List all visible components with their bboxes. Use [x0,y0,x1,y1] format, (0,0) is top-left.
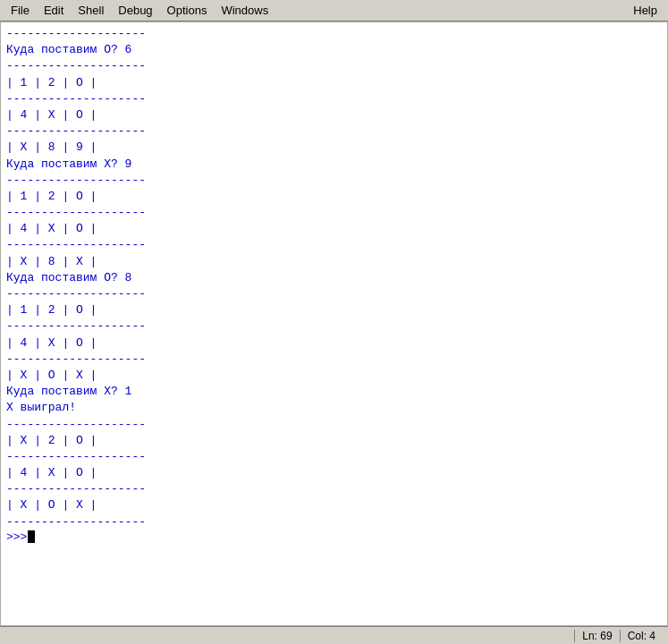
output-line: -------------------- [6,318,662,335]
output-line: -------------------- [6,173,662,189]
output-line: -------------------- [6,237,662,253]
output-line: Куда поставим О? 6 [6,42,662,58]
output-line: -------------------- [6,449,662,465]
output-line: | 1 | 2 | О | [6,302,662,318]
output-line: -------------------- [6,417,662,433]
menu-debug[interactable]: Debug [111,2,159,19]
output-line: | 1 | 2 | О | [6,189,662,205]
output-line: | 1 | 2 | О | [6,75,662,91]
output-line: -------------------- [6,352,662,368]
output-line: | Х | 2 | О | [6,433,662,449]
output-line: | 4 | Х | О | [6,465,662,481]
menu-windows[interactable]: Windows [214,2,275,19]
output-line: -------------------- [6,514,662,530]
menu-bar: File Edit Shell Debug Options Windows He… [0,0,668,21]
output-line: -------------------- [6,205,662,221]
menu-shell[interactable]: Shell [71,2,111,19]
menu-options[interactable]: Options [160,2,215,19]
output-line: | Х | 8 | Х | [6,254,662,270]
output-line: -------------------- [6,58,662,74]
output-line: -------------------- [6,26,662,42]
output-line: -------------------- [6,91,662,107]
prompt-line[interactable]: >>> [6,530,662,544]
output-line: Куда поставим О? 8 [6,270,662,286]
status-col: Col: 4 [620,630,663,642]
output-line: | 4 | Х | О | [6,335,662,352]
cursor [28,530,35,543]
output-line: -------------------- [6,123,662,140]
output-line: Куда поставим Х? 1 [6,384,662,400]
output-line: | Х | О | Х | [6,368,662,384]
menu-file[interactable]: File [4,2,37,19]
status-bar: Ln: 69 Col: 4 [0,626,668,644]
menu-edit[interactable]: Edit [37,2,71,19]
output-line: | Х | 8 | 9 | [6,140,662,156]
prompt-text: >>> [6,530,27,544]
output-line: | 4 | Х | О | [6,107,662,123]
menu-bar-left: File Edit Shell Debug Options Windows [4,2,275,19]
output-line: | Х | О | Х | [6,497,662,513]
menu-help[interactable]: Help [626,2,664,19]
output-line: -------------------- [6,286,662,302]
output-line: Куда поставим Х? 9 [6,157,662,173]
shell-output[interactable]: --------------------Куда поставим О? 6--… [0,21,668,626]
output-line: -------------------- [6,481,662,497]
output-line: Х выиграл! [6,400,662,416]
output-line: | 4 | Х | О | [6,221,662,237]
status-ln: Ln: 69 [574,630,619,642]
